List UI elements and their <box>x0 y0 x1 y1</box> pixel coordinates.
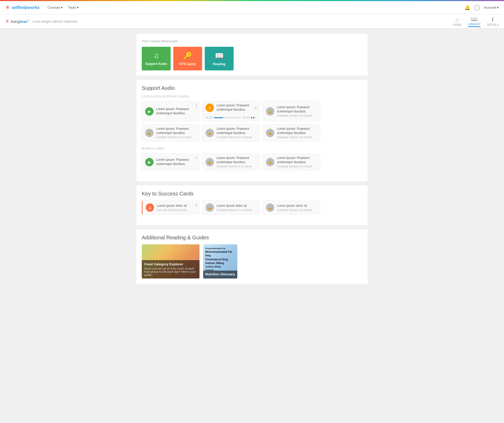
info-icon-munch-1[interactable]: ℹ <box>196 156 197 160</box>
kts-cards-grid: 🖨 Lorem ipsum dolor sit Use until Card #… <box>142 200 362 215</box>
audio-title-3: Lorem ipsum: Praesent scelerisque faucib… <box>277 105 317 114</box>
munch-card-2[interactable]: 🔒 Lorem ipsum: Praesent scelerisque fauc… <box>202 153 260 171</box>
tools-arrow-icon: ▾ <box>77 6 79 9</box>
course-navigation: ⌂ HOME 📖 LIBRARY ℹ DETAILS <box>453 16 499 27</box>
kts-info-1: Lorem ipsum dolor sit Use until Card #3 … <box>157 204 196 212</box>
nutrition-glossary-card[interactable]: Polyunsaturated Fat Monounsaturated Fat … <box>203 244 237 278</box>
top-nav-links: Courses ▾ Tools ▾ <box>48 6 79 9</box>
audio-card-6[interactable]: 🔒 Lorem ipsum: Praesent scelerisque fauc… <box>262 124 320 142</box>
account-button[interactable]: Account ▾ <box>484 6 499 9</box>
audio-title-6: Lorem ipsum: Praesent scelerisque faucib… <box>277 127 317 135</box>
course-logo-text: livinglean® <box>11 19 29 24</box>
reading-section: Additional Reading & Guides Food Categor… <box>136 229 368 284</box>
reading-card[interactable]: 📖 Reading <box>205 47 234 70</box>
munch-info-3: Lorem ipsum: Praesent scelerisque faucib… <box>277 156 317 168</box>
kts-card-3[interactable]: 🔒 Lorem ipsum dolor sit Complete Session… <box>262 200 320 215</box>
munch-info-2: Lorem ipsum: Praesent scelerisque faucib… <box>217 156 256 168</box>
support-audio-icon: ♫ <box>154 51 159 60</box>
audio-info-1: Lorem ipsum: Praesent scelerisque faucib… <box>156 107 196 115</box>
top-nav-right: 🔔 ? Account ▾ <box>464 5 499 11</box>
kts-sub-1: Use until Card #3 unlocks <box>157 209 196 211</box>
lock-button-kts-3: 🔒 <box>266 203 274 212</box>
reading-icon: 📖 <box>215 51 224 60</box>
munch-lock-text-3: Complete Session 5 to Unlock <box>277 165 317 168</box>
courses-nav-item[interactable]: Courses ▾ <box>48 6 63 9</box>
dot-3 <box>255 117 256 118</box>
food-card-title: Food Category Explorer <box>144 262 197 266</box>
food-card-desc: Need a brush-up on how much of each food… <box>144 267 197 276</box>
course-subtitle: Lose weight without willpower <box>33 19 77 23</box>
support-audio-card[interactable]: ♫ Support Audio <box>142 47 171 70</box>
notification-icon[interactable]: 🔔 <box>464 5 470 11</box>
tab-details[interactable]: ℹ DETAILS <box>487 16 499 26</box>
lock-button-munch-3: 🔒 <box>266 158 274 166</box>
audio-lock-text-4: Complete Session 5 to Unlock <box>156 136 196 139</box>
dot-2 <box>253 117 254 118</box>
kts-card-2[interactable]: 🔒 Lorem ipsum dolor sit Complete Session… <box>202 200 260 215</box>
audio-card-1[interactable]: ▶ Lorem ipsum: Praesent scelerisque fauc… <box>142 101 200 121</box>
lock-button-3: 🔒 <box>266 107 274 116</box>
livinglean-sub-heading: LIVINGLEAN SUPPORT AUDIO <box>142 95 362 98</box>
munch-card-3[interactable]: 🔒 Lorem ipsum: Praesent scelerisque fauc… <box>262 153 320 171</box>
resource-cards-container: ♫ Support Audio 🔑 KTS Cards 📖 Reading <box>142 47 362 70</box>
munch-title-2: Lorem ipsum: Praesent scelerisque faucib… <box>217 156 256 164</box>
lock-button-munch-2: 🔒 <box>206 158 214 166</box>
munch-title-1: Lorem ipsum: Praesent scelerisque faucib… <box>156 158 196 166</box>
munch-title-3: Lorem ipsum: Praesent scelerisque faucib… <box>277 156 317 164</box>
info-icon-kts-1[interactable]: ℹ <box>196 203 197 207</box>
content-area: Your Course Resources ♫ Support Audio 🔑 … <box>131 29 373 293</box>
kts-cards-card[interactable]: 🔑 KTS Cards <box>173 47 202 70</box>
audio-title-4: Lorem ipsum: Praesent scelerisque faucib… <box>156 127 196 135</box>
audio-title-2: Lorem ipsum: Praesent scelerisque faucib… <box>217 104 253 112</box>
munch-lock-text-2: Complete Session 5 to Unlock <box>217 165 256 168</box>
tab-home[interactable]: ⌂ HOME <box>453 17 461 26</box>
pause-button-2[interactable]: ⏸ <box>206 104 214 112</box>
audio-card-5[interactable]: 🔒 Lorem ipsum: Praesent scelerisque fauc… <box>202 124 260 142</box>
audio-card-4[interactable]: 🔒 Lorem ipsum: Praesent scelerisque fauc… <box>142 124 200 142</box>
tab-library[interactable]: 📖 LIBRARY <box>468 16 480 27</box>
site-logo[interactable]: ✳ selfhelpworks <box>5 4 40 11</box>
course-resources-section: Your Course Resources ♫ Support Audio 🔑 … <box>136 34 368 76</box>
details-icon: ℹ <box>492 16 494 23</box>
lock-button-6: 🔒 <box>266 129 274 137</box>
lock-button-5: 🔒 <box>206 129 214 137</box>
audio-lock-text-5: Complete Session 5 to Unlock <box>217 136 256 139</box>
course-header: ✳ livinglean® Lose weight without willpo… <box>0 14 504 29</box>
kts-card-1[interactable]: 🖨 Lorem ipsum dolor sit Use until Card #… <box>142 200 200 215</box>
info-icon-2[interactable]: ℹ <box>255 106 256 110</box>
munch-lines-grid: ▶ Lorem ipsum: Praesent scelerisque fauc… <box>142 153 362 171</box>
audio-card-3[interactable]: 🔒 Lorem ipsum: Praesent scelerisque fauc… <box>262 101 320 121</box>
munch-info-1: Lorem ipsum: Praesent scelerisque faucib… <box>156 158 196 166</box>
info-icon-1[interactable]: ℹ <box>196 104 197 108</box>
kts-info-3: Lorem ipsum dolor sit Complete Session 1… <box>277 204 317 212</box>
lock-button-kts-2: 🔒 <box>206 203 214 212</box>
audio-card-2[interactable]: ⏸ Lorem ipsum: Praesent scelerisque fauc… <box>202 101 260 121</box>
tools-nav-item[interactable]: Tools ▾ <box>68 6 78 9</box>
play-button-munch-1[interactable]: ▶ <box>145 158 154 166</box>
help-icon[interactable]: ? <box>474 5 480 11</box>
play-button-1[interactable]: ▶ <box>145 107 154 116</box>
kts-info-2: Lorem ipsum dolor sit Complete Session 1… <box>217 204 256 212</box>
reading-label: Reading <box>213 62 225 66</box>
munch-card-1[interactable]: ▶ Lorem ipsum: Praesent scelerisque fauc… <box>142 153 200 171</box>
audio-cards-grid: ▶ Lorem ipsum: Praesent scelerisque fauc… <box>142 101 362 142</box>
audio-info-2: Lorem ipsum: Praesent scelerisque faucib… <box>217 104 253 112</box>
audio-title-1: Lorem ipsum: Praesent scelerisque faucib… <box>156 107 196 115</box>
food-category-card[interactable]: Food Category Explorer Need a brush-up o… <box>142 244 200 278</box>
audio-lock-text-6: Complete Session 5 to Unlock <box>277 136 317 139</box>
audio-title-5: Lorem ipsum: Praesent scelerisque faucib… <box>217 127 256 135</box>
kts-section: Key to Success Cards 🖨 Lorem ipsum dolor… <box>136 185 368 225</box>
course-resources-heading: Your Course Resources <box>142 39 362 43</box>
tab-library-label: LIBRARY <box>468 23 480 26</box>
home-icon: ⌂ <box>456 17 459 23</box>
progress-bar-bg[interactable] <box>214 117 241 118</box>
course-logo[interactable]: ✳ livinglean® <box>5 18 29 24</box>
print-button-1[interactable]: 🖨 <box>146 203 154 212</box>
tab-details-label: DETAILS <box>487 23 499 26</box>
tab-home-label: HOME <box>453 23 461 26</box>
playing-top-2: ⏸ Lorem ipsum: Praesent scelerisque fauc… <box>206 104 256 112</box>
kts-title-1: Lorem ipsum dolor sit <box>157 204 196 208</box>
progress-dots <box>251 117 256 118</box>
courses-arrow-icon: ▾ <box>61 6 63 9</box>
progress-row-2: 41:31 01:29 <box>206 116 256 119</box>
